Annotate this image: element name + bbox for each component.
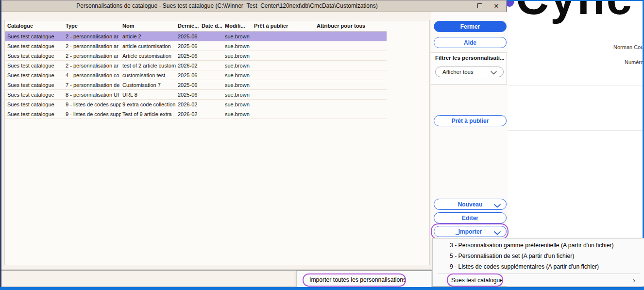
cell-catalogue: Sues test catalogue bbox=[6, 53, 64, 59]
cell-derniere: 2025-06 bbox=[176, 53, 200, 59]
menu-item[interactable]: 5 - Personnalisation de set (A partir d'… bbox=[433, 251, 644, 261]
cell-catalogue: Sues test catalogue bbox=[6, 92, 64, 98]
cell-type: 2 - personnalisation ar bbox=[64, 63, 121, 68]
editer-button[interactable]: Editer bbox=[434, 212, 507, 223]
column-header[interactable]: Date d... bbox=[200, 23, 223, 29]
column-header[interactable]: Modifi... bbox=[223, 23, 253, 29]
cell-type: 7 - personnalisation de bbox=[64, 82, 121, 88]
cell-modifie: sue.brown bbox=[223, 53, 253, 59]
cell-derniere: 2025-06 bbox=[176, 72, 200, 78]
importer-dropdown-menu: 3 - Personnalisation gamme préférentiell… bbox=[432, 238, 644, 287]
background-divider bbox=[508, 130, 643, 131]
table-row[interactable]: Sues test catalogue2 - personnalisation … bbox=[5, 32, 387, 41]
cell-catalogue: Sues test catalogue bbox=[6, 72, 64, 78]
catalog-menu-label: Sues test catalogue bbox=[451, 277, 503, 284]
customizations-table: CatalogueTypeNomDerniè...Date d...Modifi… bbox=[4, 20, 430, 265]
maximize-icon bbox=[477, 3, 482, 8]
table-row[interactable]: Sues test catalogue9 - listes de codes s… bbox=[5, 100, 387, 109]
cell-modifie: sue.brown bbox=[223, 111, 253, 117]
filter-label: Filtrer les personnalisati... bbox=[435, 55, 504, 61]
cell-type: 2 - personnalisation ar bbox=[64, 43, 121, 49]
cell-modifie: sue.brown bbox=[223, 43, 253, 49]
cell-type: 2 - personnalisation ar bbox=[64, 53, 121, 59]
table-row[interactable]: Sues test catalogue2 - personnalisation … bbox=[5, 61, 387, 70]
table-row[interactable]: Sues test catalogue2 - personnalisation … bbox=[5, 41, 387, 51]
cell-nom: 9 extra code collection bbox=[121, 102, 176, 107]
nouveau-button-label: Nouveau bbox=[458, 201, 483, 208]
importer-button-label: Importer bbox=[458, 228, 482, 235]
table-row[interactable]: Sues test catalogue9 - listes de codes s… bbox=[5, 109, 387, 119]
menu-item-import-all[interactable]: Importer toutes les personnalisations bbox=[297, 274, 431, 285]
cell-type: 4 - personnalisation co bbox=[64, 72, 121, 78]
cell-nom: URL 8 bbox=[121, 92, 176, 98]
importer-button[interactable]: Importer bbox=[434, 226, 507, 237]
cell-catalogue: Sues test catalogue bbox=[6, 34, 64, 39]
table-row[interactable]: Sues test catalogue7 - personnalisation … bbox=[5, 80, 387, 90]
aide-button[interactable]: Aide bbox=[434, 37, 507, 48]
cell-nom: Test of 9 article extra bbox=[121, 111, 176, 117]
background-numero-label: Numéro bbox=[625, 59, 644, 65]
import-menu-items: 3 - Personnalisation gamme préférentiell… bbox=[433, 239, 644, 272]
close-button[interactable]: ✕ bbox=[490, 1, 503, 10]
filter-dropdown[interactable]: Afficher tous bbox=[435, 67, 504, 77]
accelerator-underline bbox=[456, 234, 459, 235]
cell-modifie: sue.brown bbox=[223, 92, 253, 98]
app-bottom-bar bbox=[0, 287, 644, 290]
column-header[interactable]: Nom bbox=[121, 23, 176, 29]
cell-nom: article customisation bbox=[121, 43, 176, 49]
cell-type: 9 - listes de codes supp bbox=[64, 102, 121, 107]
chevron-down-icon bbox=[491, 70, 497, 76]
cell-modifie: sue.brown bbox=[223, 82, 253, 88]
cell-derniere: 2025-06 bbox=[176, 43, 200, 49]
brand-logo: Cync bbox=[516, 0, 633, 25]
aide-button-label: Aide bbox=[464, 39, 476, 46]
cell-nom: article 2 bbox=[121, 34, 176, 39]
pret-button-label: Prêt à publier bbox=[452, 118, 489, 124]
filter-groupbox: Filtrer les personnalisati... Afficher t… bbox=[431, 52, 507, 85]
menu-item-sues-test-catalogue[interactable]: Sues test catalogue › bbox=[433, 274, 644, 287]
cell-modifie: sue.brown bbox=[223, 34, 253, 39]
cell-catalogue: Sues test catalogue bbox=[6, 63, 64, 68]
cell-type: 2 - personnalisation ar bbox=[64, 34, 121, 39]
table-row[interactable]: Sues test catalogue4 - personnalisation … bbox=[5, 70, 387, 80]
cell-modifie: sue.brown bbox=[223, 63, 253, 68]
column-header[interactable]: Derniè... bbox=[176, 23, 200, 29]
close-icon: ✕ bbox=[494, 3, 499, 9]
cell-derniere: 2025-06 bbox=[176, 34, 200, 39]
table-header-row: CatalogueTypeNomDerniè...Date d...Modifi… bbox=[5, 20, 387, 32]
cell-nom: test of 2 article custom bbox=[121, 63, 176, 68]
cell-derniere: 2026-02 bbox=[176, 111, 200, 117]
editer-button-label: Editer bbox=[462, 215, 478, 222]
fermer-button[interactable]: Fermer bbox=[434, 21, 507, 32]
background-user-name: Norman Cou bbox=[613, 44, 644, 50]
maximize-button[interactable] bbox=[473, 1, 487, 10]
fermer-button-label: Fermer bbox=[460, 23, 480, 30]
catalog-customizations-dialog: Personnalisations de catalogue - Sues te… bbox=[0, 0, 507, 287]
column-header[interactable]: Catalogue bbox=[6, 23, 64, 29]
cell-catalogue: Sues test catalogue bbox=[6, 102, 64, 107]
cell-catalogue: Sues test catalogue bbox=[6, 43, 64, 49]
chevron-down-icon bbox=[494, 203, 501, 209]
table-body: Sues test catalogue2 - personnalisation … bbox=[5, 32, 429, 119]
column-header[interactable]: Attribuer pour tous bbox=[315, 23, 381, 29]
menu-item[interactable]: 9 - Listes de codes supplémentaires (A p… bbox=[433, 261, 644, 272]
dialog-titlebar[interactable]: Personnalisations de catalogue - Sues te… bbox=[1, 0, 506, 12]
column-header[interactable]: Prêt à publier bbox=[253, 23, 315, 29]
nouveau-button[interactable]: Nouveau bbox=[434, 199, 507, 210]
table-row[interactable]: Sues test catalogue8 - personnalisation … bbox=[5, 90, 387, 100]
table-row[interactable]: Sues test catalogue2 - personnalisation … bbox=[5, 51, 387, 61]
cell-catalogue: Sues test catalogue bbox=[6, 82, 64, 88]
cell-derniere: 2025-06 bbox=[176, 82, 200, 88]
app-window-border bbox=[507, 0, 644, 1]
filter-dropdown-value: Afficher tous bbox=[442, 69, 474, 75]
chevron-right-icon: › bbox=[633, 274, 635, 287]
cell-type: 9 - listes de codes supp bbox=[64, 111, 121, 117]
column-header[interactable]: Type bbox=[64, 23, 121, 29]
cell-modifie: sue.brown bbox=[223, 72, 253, 78]
background-divider bbox=[508, 85, 643, 85]
pret-a-publier-button[interactable]: Prêt à publier bbox=[434, 115, 507, 126]
cell-derniere: 2026-02 bbox=[176, 102, 200, 107]
cell-nom: Customisation 7 bbox=[121, 82, 176, 88]
cell-nom: customisation test bbox=[121, 72, 176, 78]
menu-item[interactable]: 3 - Personnalisation gamme préférentiell… bbox=[433, 240, 644, 251]
